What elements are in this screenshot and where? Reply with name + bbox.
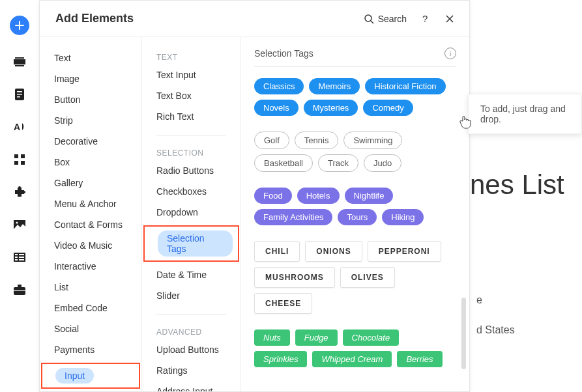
selection-tag[interactable]: Whipped Cream — [312, 351, 392, 367]
svg-rect-9 — [21, 154, 25, 158]
subcategory-item[interactable]: Ratings — [142, 360, 240, 381]
svg-rect-20 — [19, 259, 24, 260]
category-item[interactable]: Menu & Anchor — [40, 193, 141, 214]
category-item[interactable]: Decorative — [40, 131, 141, 152]
bg-title-fragment: nes List — [470, 169, 564, 201]
selection-tag[interactable]: MUSHROOMS — [254, 267, 335, 288]
tag-preset-group[interactable]: FoodHotelsNightlifeFamily ActivitiesTour… — [254, 188, 456, 225]
subcategory-item[interactable]: Date & Time — [142, 264, 240, 285]
svg-rect-22 — [18, 285, 22, 287]
category-item[interactable]: Embed Code — [40, 298, 141, 318]
selection-tag[interactable]: Fudge — [295, 329, 338, 346]
category-item[interactable]: Text — [40, 48, 141, 68]
selection-tag[interactable]: Family Activities — [254, 209, 332, 225]
data-icon[interactable] — [14, 251, 25, 263]
add-elements-panel: Add Elements Search ? TextImageButtonStr… — [39, 0, 470, 392]
subcategory-item[interactable]: Text Input — [142, 64, 240, 85]
subcategory-item[interactable]: Text Box — [142, 85, 240, 106]
subcategory-list: TEXTText InputText BoxRich TextSELECTION… — [142, 37, 241, 391]
category-item[interactable]: Payments — [40, 339, 141, 360]
category-item[interactable]: Social — [40, 318, 141, 339]
add-button[interactable] — [10, 16, 29, 35]
group-title: SELECTION — [142, 143, 240, 160]
bg-line1-fragment: e — [476, 294, 482, 306]
tag-preset-group[interactable]: ClassicsMemoirsHistorical FictionNovelsM… — [254, 78, 456, 116]
puzzle-icon[interactable] — [14, 186, 25, 198]
selection-tag[interactable]: Basketball — [254, 154, 313, 172]
selection-tag[interactable]: CHILI — [254, 241, 300, 262]
selection-tag[interactable]: ONIONS — [305, 241, 362, 262]
scrollbar[interactable] — [461, 298, 466, 369]
close-button[interactable] — [443, 12, 456, 25]
category-item[interactable]: Button — [40, 89, 141, 110]
svg-text:?: ? — [422, 14, 428, 24]
category-list: TextImageButtonStripDecorativeBoxGallery… — [40, 37, 142, 391]
svg-rect-23 — [14, 290, 25, 291]
subcategory-item[interactable]: Checkboxes — [142, 181, 240, 202]
category-item[interactable]: List — [40, 277, 141, 298]
selection-tag[interactable]: Berries — [397, 351, 442, 367]
selection-tag[interactable]: Historical Fiction — [365, 78, 445, 94]
grid-icon[interactable] — [14, 154, 25, 165]
selection-tag[interactable]: Food — [254, 188, 292, 204]
category-item[interactable]: Strip — [40, 110, 141, 131]
stack-icon[interactable] — [14, 56, 25, 68]
selection-tag[interactable]: Sprinkles — [254, 351, 307, 367]
subcategory-item[interactable]: Dropdown — [142, 202, 240, 223]
subcategory-item[interactable]: Slider — [142, 285, 240, 306]
selection-tag[interactable]: Mysteries — [304, 100, 358, 116]
tag-preset-group[interactable]: CHILIONIONSPEPPERONIMUSHROOMSOLIVESCHEES… — [254, 241, 456, 314]
selection-tag[interactable]: Tennis — [295, 132, 339, 149]
category-item[interactable]: Box — [40, 152, 141, 173]
selection-tag[interactable]: Hotels — [297, 188, 340, 204]
subcategory-item[interactable]: Rich Text — [142, 106, 240, 127]
selection-tag[interactable]: Hiking — [382, 209, 424, 225]
selection-tag[interactable]: Chocolate — [343, 329, 400, 346]
svg-point-13 — [16, 222, 18, 224]
svg-rect-5 — [17, 94, 22, 95]
drag-cursor-icon — [459, 115, 472, 129]
selection-tag[interactable]: Nuts — [254, 329, 290, 346]
svg-rect-1 — [15, 57, 24, 59]
category-item[interactable]: Image — [40, 68, 141, 89]
theme-icon[interactable]: A — [14, 121, 25, 133]
selection-tag[interactable]: Judo — [364, 154, 401, 172]
category-item[interactable]: Contact & Forms — [40, 214, 141, 235]
info-icon[interactable]: i — [444, 48, 456, 59]
subcategory-item[interactable]: Address Input — [142, 381, 240, 391]
subcategory-item[interactable]: Radio Buttons — [142, 160, 240, 181]
search-label: Search — [378, 14, 407, 24]
subcategory-item[interactable]: Selection Tags — [158, 231, 233, 257]
category-item[interactable]: Gallery — [40, 173, 141, 193]
help-button[interactable]: ? — [418, 12, 431, 25]
search-button[interactable]: Search — [364, 14, 407, 24]
subcategory-item[interactable]: Upload Buttons — [142, 339, 240, 360]
selection-tag[interactable]: Tours — [338, 209, 377, 225]
category-item[interactable]: Interactive — [40, 256, 141, 277]
selection-tag[interactable]: PEPPERONI — [368, 241, 441, 262]
tag-preset-group[interactable]: GolfTennisSwimmingBasketballTrackJudo — [254, 132, 456, 172]
selection-tag[interactable]: Nightlife — [345, 188, 394, 204]
background-page: nes List e d States — [470, 0, 582, 392]
group-title: ADVANCED — [142, 322, 240, 339]
svg-rect-11 — [21, 161, 25, 165]
selection-tag[interactable]: Golf — [254, 132, 289, 149]
category-item[interactable]: Input — [55, 368, 94, 384]
selection-tag[interactable]: Track — [318, 154, 358, 172]
page-icon[interactable] — [14, 89, 25, 100]
selection-tag[interactable]: Comedy — [363, 100, 413, 116]
section-title: Selection Tags — [254, 48, 313, 59]
selection-tag[interactable]: Novels — [254, 100, 298, 116]
category-item[interactable]: Video & Music — [40, 235, 141, 256]
selection-tag[interactable]: Memoirs — [309, 78, 360, 94]
left-rail: A — [0, 0, 39, 392]
media-icon[interactable] — [14, 219, 25, 231]
briefcase-icon[interactable] — [14, 284, 25, 296]
svg-point-24 — [365, 15, 371, 21]
tag-preset-group[interactable]: NutsFudgeChocolateSprinklesWhipped Cream… — [254, 329, 456, 367]
selection-tag[interactable]: OLIVES — [340, 267, 395, 288]
selection-tag[interactable]: CHEESE — [254, 293, 312, 314]
selection-tag[interactable]: Classics — [254, 78, 304, 94]
svg-rect-8 — [14, 154, 18, 158]
selection-tag[interactable]: Swimming — [343, 132, 402, 149]
